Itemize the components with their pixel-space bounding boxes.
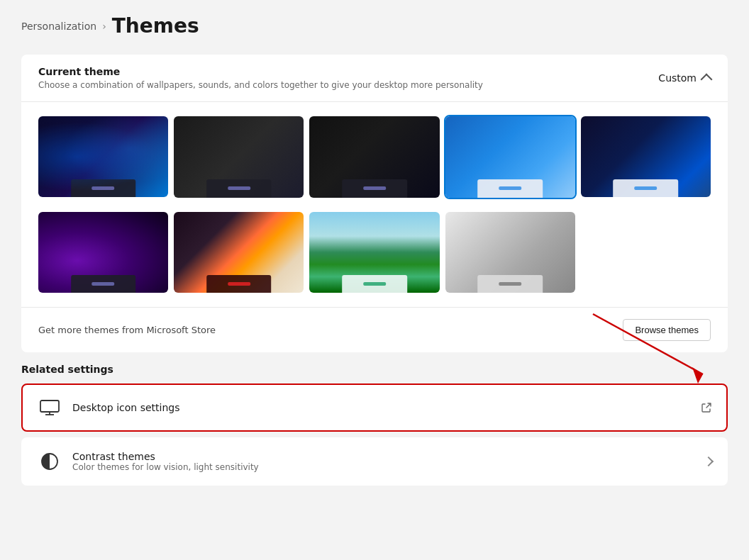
- contrast-icon: [37, 449, 62, 474]
- breadcrumb-parent[interactable]: Personalization: [21, 21, 96, 32]
- breadcrumb-separator: ›: [102, 21, 106, 32]
- current-theme-description: Choose a combination of wallpapers, soun…: [38, 80, 483, 90]
- current-theme-label: Current theme: [38, 66, 483, 77]
- desktop-icon-settings-row[interactable]: Desktop icon settings: [21, 383, 728, 432]
- contrast-themes-row[interactable]: Contrast themes Color themes for low vis…: [21, 437, 728, 486]
- taskbar-preview-4: [477, 179, 543, 197]
- breadcrumb-current: Themes: [112, 14, 199, 38]
- theme-item-1[interactable]: [38, 116, 168, 197]
- taskbar-preview-2: [206, 179, 272, 197]
- taskbar-bar-4: [499, 186, 521, 190]
- related-settings-label: Related settings: [21, 364, 728, 375]
- taskbar-preview-6: [71, 275, 136, 293]
- taskbar-bar-5: [634, 186, 657, 190]
- taskbar-preview-8: [342, 275, 407, 293]
- chevron-right-icon: [704, 457, 714, 466]
- contrast-themes-info: Contrast themes Color themes for low vis…: [72, 451, 705, 472]
- main-content: Current theme Choose a combination of wa…: [21, 55, 728, 486]
- taskbar-preview-1: [71, 179, 136, 197]
- theme-item-6[interactable]: [38, 212, 168, 293]
- taskbar-preview-7: [206, 275, 272, 293]
- desktop-icon: [37, 395, 62, 420]
- taskbar-preview-3: [342, 179, 407, 197]
- taskbar-bar-1: [92, 186, 115, 190]
- related-settings-section: Related settings Desktop icon settings: [21, 364, 728, 486]
- taskbar-bar-3: [363, 186, 386, 190]
- browse-themes-button[interactable]: Browse themes: [623, 319, 711, 341]
- taskbar-bar-9: [499, 282, 521, 286]
- taskbar-bar-8: [363, 282, 386, 286]
- breadcrumb: Personalization › Themes: [21, 14, 728, 38]
- themes-grid-row1: [21, 102, 728, 212]
- external-link-icon: [701, 402, 712, 413]
- browse-store-text: Get more themes from Microsoft Store: [38, 325, 216, 335]
- themes-grid-row2: [21, 212, 728, 308]
- desktop-icon-settings-title: Desktop icon settings: [72, 402, 701, 413]
- theme-item-7[interactable]: [174, 212, 304, 293]
- current-theme-header: Current theme Choose a combination of wa…: [21, 55, 728, 102]
- theme-item-2[interactable]: [174, 116, 304, 198]
- theme-item-4[interactable]: [445, 116, 575, 198]
- current-theme-info: Current theme Choose a combination of wa…: [38, 66, 483, 90]
- theme-item-9[interactable]: [445, 212, 575, 293]
- theme-item-5[interactable]: [581, 116, 711, 197]
- current-theme-card: Current theme Choose a combination of wa…: [21, 55, 728, 352]
- current-theme-value-text: Custom: [658, 72, 697, 84]
- current-theme-value-toggle[interactable]: Custom: [658, 72, 711, 84]
- contrast-themes-subtitle: Color themes for low vision, light sensi…: [72, 462, 705, 472]
- taskbar-preview-9: [477, 275, 543, 293]
- browse-section: Get more themes from Microsoft Store Bro…: [21, 307, 728, 352]
- taskbar-bar-7: [228, 282, 250, 286]
- contrast-themes-title: Contrast themes: [72, 451, 705, 462]
- taskbar-bar-6: [92, 282, 115, 286]
- chevron-up-icon: [701, 74, 713, 86]
- theme-item-3[interactable]: [309, 116, 439, 198]
- taskbar-preview-5: [614, 179, 679, 197]
- taskbar-bar-2: [228, 186, 250, 190]
- svg-rect-0: [40, 401, 59, 412]
- theme-item-8[interactable]: [309, 212, 439, 293]
